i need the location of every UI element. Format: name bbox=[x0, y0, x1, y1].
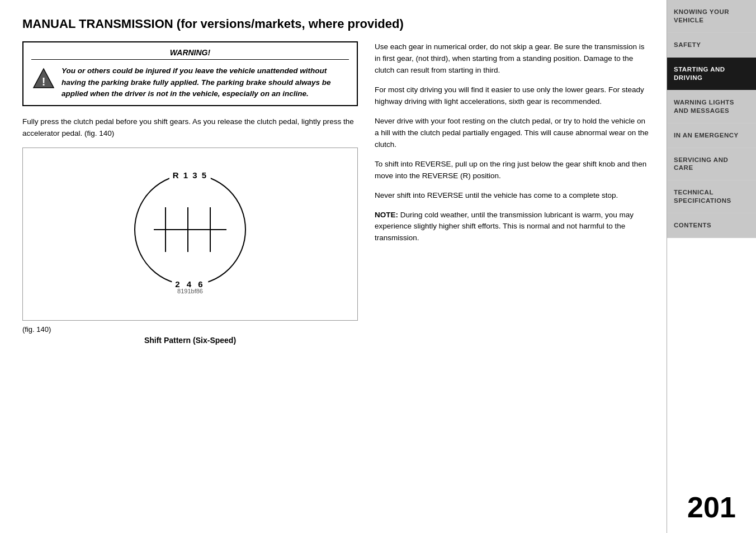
sidebar-item-in-an-emergency[interactable]: IN AN EMERGENCY bbox=[667, 123, 756, 148]
sidebar-item-knowing-your-vehicle[interactable]: KNOWING YOUR VEHICLE bbox=[667, 0, 756, 33]
figure-title: Shift Pattern (Six-Speed) bbox=[22, 336, 358, 345]
svg-text:!: ! bbox=[42, 75, 46, 88]
gear-circle: R 1 3 5 2 4 6 bbox=[134, 174, 246, 285]
left-para1: Fully press the clutch pedal before you … bbox=[22, 116, 358, 140]
gear-label-top: R 1 3 5 bbox=[169, 170, 211, 180]
right-para4: To shift into REVERSE, pull up on the ri… bbox=[375, 159, 650, 182]
nav-items: KNOWING YOUR VEHICLESAFETYSTARTING AND D… bbox=[667, 0, 756, 485]
warning-icon: ! bbox=[31, 66, 56, 91]
sidebar-item-contents[interactable]: CONTENTS bbox=[667, 213, 756, 238]
sidebar: KNOWING YOUR VEHICLESAFETYSTARTING AND D… bbox=[667, 0, 756, 533]
page-title: MANUAL TRANSMISSION (for versions/market… bbox=[22, 17, 650, 31]
right-para3: Never drive with your foot resting on th… bbox=[375, 116, 650, 151]
gear-inner-lines bbox=[154, 207, 226, 252]
warning-header: WARNING! bbox=[31, 48, 349, 60]
gear-label-bottom: 2 4 6 bbox=[172, 279, 208, 289]
gear-diagram: R 1 3 5 2 4 6 8191bf86 bbox=[22, 147, 358, 321]
warning-box: WARNING! ! You or others could be injure… bbox=[22, 41, 358, 106]
warning-text: You or others could be injured if you le… bbox=[62, 65, 349, 99]
right-para2: For most city driving you will find it e… bbox=[375, 84, 650, 108]
note-label: NOTE: bbox=[375, 211, 398, 219]
sidebar-item-safety[interactable]: SAFETY bbox=[667, 33, 756, 58]
sidebar-item-servicing-and-care[interactable]: SERVICING AND CARE bbox=[667, 148, 756, 181]
note-text: During cold weather, until the transmiss… bbox=[375, 211, 634, 242]
sidebar-item-starting-and-driving[interactable]: STARTING AND DRIVING bbox=[667, 58, 756, 91]
sidebar-item-technical-specifications[interactable]: TECHNICAL SPECIFICATIONS bbox=[667, 180, 756, 213]
right-para5: Never shift into REVERSE until the vehic… bbox=[375, 190, 650, 202]
right-para1: Use each gear in numerical order, do not… bbox=[375, 41, 650, 77]
note-paragraph: NOTE: During cold weather, until the tra… bbox=[375, 210, 650, 245]
page-number: 201 bbox=[667, 485, 756, 533]
sidebar-item-warning-lights-and-messages[interactable]: WARNING LIGHTS AND MESSAGES bbox=[667, 91, 756, 123]
fig-caption-bottom: (fig. 140) bbox=[22, 325, 358, 334]
